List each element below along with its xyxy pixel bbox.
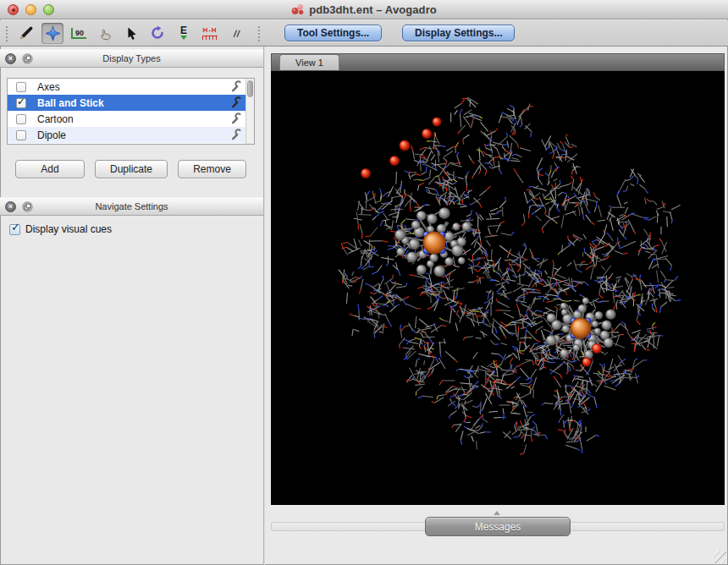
navigate-tool-button[interactable] bbox=[41, 23, 63, 44]
title-bar[interactable]: pdb3dht.ent – Avogadro bbox=[0, 0, 728, 19]
list-scrollbar[interactable] bbox=[245, 79, 254, 144]
close-panel-icon[interactable]: × bbox=[5, 201, 16, 212]
measure-tool-button[interactable]: H-H bbox=[199, 23, 221, 44]
bond-centric-tool-button[interactable]: 90 bbox=[68, 23, 90, 44]
view-area: View 1 Messages bbox=[265, 47, 728, 565]
list-item-ball-and-stick[interactable]: ✓ Ball and Stick bbox=[8, 95, 254, 111]
display-visual-cues-label: Display visual cues bbox=[25, 223, 112, 235]
remove-button[interactable]: Remove bbox=[178, 160, 246, 178]
window-title: pdb3dht.ent – Avogadro bbox=[309, 3, 437, 16]
tab-view-1[interactable]: View 1 bbox=[279, 54, 339, 70]
navigate-settings-header[interactable]: × Navigate Settings bbox=[0, 197, 263, 216]
display-settings-button[interactable]: Display Settings... bbox=[402, 25, 515, 41]
messages-collapse-caret[interactable] bbox=[494, 511, 500, 515]
display-types-list: Axes ✓ Ball and Stick Cartoon bbox=[7, 78, 255, 145]
rotate-ccw-icon bbox=[150, 25, 165, 41]
viewport bbox=[271, 71, 725, 505]
ball-and-stick-checkbox[interactable]: ✓ bbox=[16, 98, 26, 108]
dipole-checkbox[interactable] bbox=[16, 130, 26, 140]
window-resize-grip[interactable] bbox=[714, 551, 726, 563]
navigate-star-icon bbox=[46, 26, 60, 41]
navigate-settings-title: Navigate Settings bbox=[0, 201, 263, 211]
wrench-settings-icon[interactable] bbox=[230, 96, 242, 108]
list-item-dipole[interactable]: Dipole bbox=[8, 127, 254, 143]
toolbar-drag-handle[interactable] bbox=[4, 25, 8, 41]
toolbar-separator bbox=[256, 25, 261, 41]
cartoon-checkbox[interactable] bbox=[16, 114, 26, 124]
view-tab-bar: View 1 bbox=[271, 53, 725, 71]
cursor-icon bbox=[125, 27, 138, 40]
window-title-group: pdb3dht.ent – Avogadro bbox=[0, 0, 728, 19]
align-icon bbox=[230, 27, 243, 40]
wrench-settings-icon[interactable] bbox=[230, 80, 242, 92]
angle-90-icon: 90 bbox=[71, 28, 86, 39]
display-types-header[interactable]: × Display Types bbox=[0, 49, 263, 68]
display-visual-cues-checkbox[interactable]: ✓ bbox=[9, 224, 20, 235]
hand-icon bbox=[98, 26, 113, 41]
close-panel-icon[interactable]: × bbox=[5, 53, 16, 64]
manipulate-tool-button[interactable] bbox=[94, 23, 116, 44]
draw-tool-button[interactable] bbox=[15, 23, 37, 44]
optimize-icon: E bbox=[180, 26, 187, 40]
add-button[interactable]: Add bbox=[15, 160, 85, 178]
list-item-axes[interactable]: Axes bbox=[8, 79, 254, 95]
list-scrollbar-thumb[interactable] bbox=[247, 80, 253, 97]
auto-optimize-tool-button[interactable]: E bbox=[173, 23, 195, 44]
messages-button[interactable]: Messages bbox=[425, 517, 571, 536]
display-types-buttons: Add Duplicate Remove bbox=[15, 160, 246, 178]
wrench-settings-icon[interactable] bbox=[230, 129, 242, 140]
selection-tool-button[interactable] bbox=[120, 23, 142, 44]
float-panel-icon[interactable] bbox=[22, 53, 33, 64]
auto-rotate-tool-button[interactable] bbox=[146, 23, 168, 44]
pencil-icon bbox=[19, 25, 34, 41]
display-types-title: Display Types bbox=[0, 53, 263, 63]
molecule-canvas[interactable] bbox=[271, 71, 725, 505]
axes-checkbox[interactable] bbox=[16, 82, 26, 92]
tool-settings-button[interactable]: Tool Settings... bbox=[284, 25, 382, 41]
left-dock: × Display Types Axes ✓ Ball and Stick bbox=[0, 47, 263, 565]
toolbar: 90 E H-H Tool Settin bbox=[0, 20, 728, 47]
align-tool-button[interactable] bbox=[225, 23, 247, 44]
display-visual-cues-row[interactable]: ✓ Display visual cues bbox=[9, 223, 112, 235]
wrench-settings-icon[interactable] bbox=[230, 112, 242, 124]
avogadro-app-icon bbox=[291, 3, 305, 15]
measure-icon: H-H bbox=[202, 27, 218, 40]
list-item-cartoon[interactable]: Cartoon bbox=[8, 111, 254, 127]
duplicate-button[interactable]: Duplicate bbox=[95, 160, 168, 178]
float-panel-icon[interactable] bbox=[22, 201, 33, 212]
